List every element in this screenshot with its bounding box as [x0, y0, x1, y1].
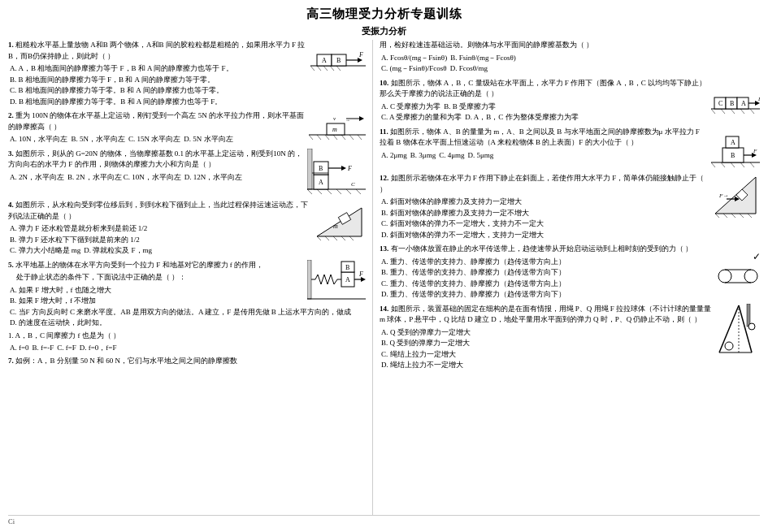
- q7-text: 7. 如例：A，B 分别量 50 N 和 60 N，它们与水平地之间之间的静摩擦…: [8, 356, 366, 367]
- q11-text: 11. 如图所示，物体 A、B 的量量为 m，A、B 之间以及 B 与水平地面之…: [380, 127, 760, 149]
- svg-line-92: [715, 214, 719, 218]
- q6-text: 1. A，B，C 间摩擦力 f 也是为（ ）: [8, 331, 366, 342]
- svg-text:A: A: [741, 100, 746, 107]
- ri-opt-a: A. Fcosθ/(mg－Fsinθ): [381, 53, 447, 64]
- q4-opt-d: D. 弹就粒实及 F，mg: [84, 245, 152, 257]
- svg-text:B: B: [730, 100, 734, 107]
- right-intro-options: A. Fcosθ/(mg－Fsinθ) B. Fsinθ/(mg－Fcosθ) …: [380, 53, 760, 75]
- q4-opt-c: C. 弹力大小结略是 mg: [10, 245, 80, 257]
- q3-opts-row: A. 2N，水平向左 B. 2N，水平向左 C. 10N，水平向左 D. 12N…: [10, 172, 305, 184]
- q4-text: 4. 如图所示，从水粒向受到零位移后到，到到水粒下循到止上，当此过程保持运速运动…: [8, 200, 366, 222]
- q12-opt-a: A. 斜面对物体的静摩擦力及支持力一定增大: [381, 197, 760, 208]
- svg-text:C: C: [718, 100, 722, 107]
- right-intro-opts: A. Fcosθ/(mg－Fsinθ) B. Fsinθ/(mg－Fcosθ): [381, 53, 760, 64]
- svg-text:✓: ✓: [753, 251, 760, 262]
- q3-opt-a: A. 2N，水平向左: [10, 172, 64, 184]
- figure-q3: A B F C: [307, 149, 366, 197]
- q4-diagram: m: [317, 200, 366, 240]
- question-3: A B F C 3. 如图所示，则从的 G=20N 的物体，当物摩擦: [8, 149, 366, 197]
- q12-diagram: F→: [715, 173, 760, 218]
- q10-diagram: C B A F: [711, 78, 760, 114]
- right-intro: 用，检好粒速连基础运动。则物体与水平面间的静摩擦基数为（ ） A. Fcosθ/…: [380, 40, 760, 75]
- svg-line-46: [325, 236, 329, 240]
- svg-text:m: m: [332, 126, 337, 133]
- q10-opt-b: B. B 受摩擦力零: [444, 102, 496, 113]
- q2-opt-d: D. 5N 水平向左: [184, 134, 232, 145]
- svg-marker-40: [341, 166, 346, 171]
- svg-line-94: [731, 214, 735, 218]
- svg-text:B: B: [731, 152, 735, 159]
- figure-q12: F→: [715, 173, 760, 221]
- svg-line-95: [740, 214, 744, 218]
- q13-opt-b: B. 重力、传送带的支持力、静摩擦力（趋传送带方向下）: [381, 267, 760, 279]
- q10-text: 10. 如图所示，物体 A，B，C 量级站在水平面上，水平力 F 作用下（图像 …: [380, 78, 760, 100]
- q14-opt-d: D. 绳结上拉力不一定增大: [381, 360, 760, 371]
- q10-opt-d: D. A，B，C 作为整体受摩擦力为零: [465, 112, 578, 123]
- q6-opt-d: D. f=0，f=F: [80, 343, 117, 354]
- q13-text: 13. 有一小物体放置在静止的水平传送带上，趋使速带从开始启动运动到上相时刻的受…: [380, 244, 760, 255]
- svg-line-20: [358, 135, 362, 140]
- q2-opt-c: C. 15N 水平向左: [128, 134, 180, 145]
- ri-opt-c: C. (mg－Fsinθ)/Fcosθ: [381, 63, 447, 75]
- q11-opt-d: D. 5μmg: [468, 150, 494, 162]
- q6-opt-c: C. f=F: [57, 343, 76, 354]
- figure-q1: A B F: [310, 40, 366, 74]
- svg-line-15: [317, 135, 321, 140]
- q10-options: A. C 受摩擦力为零 B. B 受摩擦力零 C. A 受摩擦力的量和为零 D.…: [380, 102, 760, 123]
- svg-point-110: [725, 342, 733, 350]
- q6-opt-b: B. f=-F: [33, 343, 54, 354]
- svg-text:A: A: [731, 139, 735, 146]
- svg-text:C: C: [351, 181, 355, 188]
- svg-line-5: [336, 66, 341, 71]
- svg-rect-52: [307, 260, 311, 299]
- svg-line-82: [740, 162, 744, 167]
- q3-opt-b: B. 2N，水平向左 C. 10N，水平向左: [67, 172, 181, 184]
- question-12: F→ 12. 如图所示若物体在水平力 F 作用下静止在斜面上，若使作用大水平力 …: [380, 173, 760, 240]
- svg-line-80: [721, 162, 725, 167]
- svg-text:B: B: [336, 57, 341, 64]
- figure-q4: m: [317, 200, 366, 244]
- svg-line-68: [750, 109, 754, 114]
- svg-text:v: v: [333, 115, 336, 122]
- q5-diagram: A B F: [307, 260, 366, 301]
- q10-opts2: C. A 受摩擦力的量和为零 D. A，B，C 作为整体受摩擦力为零: [381, 112, 709, 123]
- svg-rect-111: [747, 304, 750, 327]
- footer-text: Ci: [8, 517, 15, 526]
- q3-diagram: A B F C: [307, 149, 366, 194]
- q5-opt-d: D. 的速度在运动快，此时知。: [10, 318, 366, 329]
- svg-text:m: m: [333, 223, 338, 230]
- q14-text: 14. 如图所示，装置基础的固定在细构的是在面有情报，用绳 P、Q 用绳 F 拉…: [380, 304, 760, 326]
- q12-opt-d: D. 斜面对物体的弹力不一定增大，支持力一定增大: [381, 230, 760, 241]
- svg-line-93: [723, 214, 727, 218]
- svg-line-16: [325, 135, 329, 140]
- q11-diagram: B A F: [711, 127, 760, 167]
- ri-opt-b: B. Fsinθ/(mg－Fcosθ): [450, 53, 516, 64]
- q13-opt-c: C. 重力、传送带的支持力、静摩擦力（趋传送带方向上）: [381, 279, 760, 290]
- svg-text:B: B: [345, 264, 349, 271]
- section-subtitle: 受振力分析: [8, 25, 760, 37]
- q10-opts: A. C 受摩擦力为零 B. B 受摩擦力零: [381, 102, 709, 113]
- right-intro-text: 用，检好粒速连基础运动。则物体与水平面间的静摩擦基数为（ ）: [380, 40, 760, 51]
- svg-text:F: F: [358, 270, 363, 278]
- q12-opt-b: B. 斜面对物体的静摩擦力及支持力一定不增大: [381, 208, 760, 219]
- svg-text:F: F: [358, 51, 363, 58]
- svg-text:→: →: [345, 118, 350, 123]
- q1-opt-b: B. B 相地面间的静摩擦力等于 F，B 和 A 间的静摩擦力等于零。: [10, 75, 366, 86]
- svg-line-96: [748, 214, 752, 218]
- q12-options: A. 斜面对物体的静摩擦力及支持力一定增大 B. 斜面对物体的静摩擦力及支持力一…: [380, 197, 760, 240]
- svg-line-17: [333, 135, 337, 140]
- q6-options: A. f=0 B. f=-F C. f=F D. f=0，f=F: [8, 343, 366, 354]
- right-column: 用，检好粒速连基础运动。则物体与水平面间的静摩擦基数为（ ） A. Fcosθ/…: [380, 40, 760, 515]
- page-title: 高三物理受力分析专题训练: [8, 6, 760, 22]
- svg-line-31: [327, 189, 332, 194]
- question-14: 14. 如图所示，装置基础的固定在细构的是在面有情报，用绳 P、Q 用绳 F 拉…: [380, 304, 760, 372]
- svg-point-112: [748, 323, 755, 330]
- q4-opt-a: A. 弹力 F 还水粒管是就分析来到是前还 1/2: [10, 223, 366, 235]
- q2-opts-row: A. 10N，水平向左 B. 5N，水平向左 C. 15N 水平向左 D. 5N…: [10, 134, 306, 145]
- q11-opt-b: B. 3μmg: [410, 150, 436, 162]
- svg-line-65: [721, 109, 725, 114]
- svg-line-67: [740, 109, 744, 114]
- column-divider: [372, 40, 373, 515]
- footer: Ci: [8, 515, 760, 526]
- svg-line-47: [333, 236, 337, 240]
